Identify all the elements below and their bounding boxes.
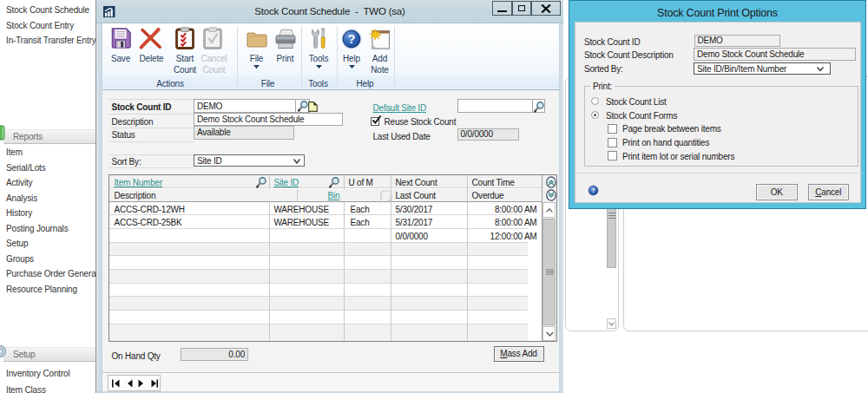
svg-text:?: ? xyxy=(591,187,595,194)
svg-text:?: ? xyxy=(347,32,355,46)
